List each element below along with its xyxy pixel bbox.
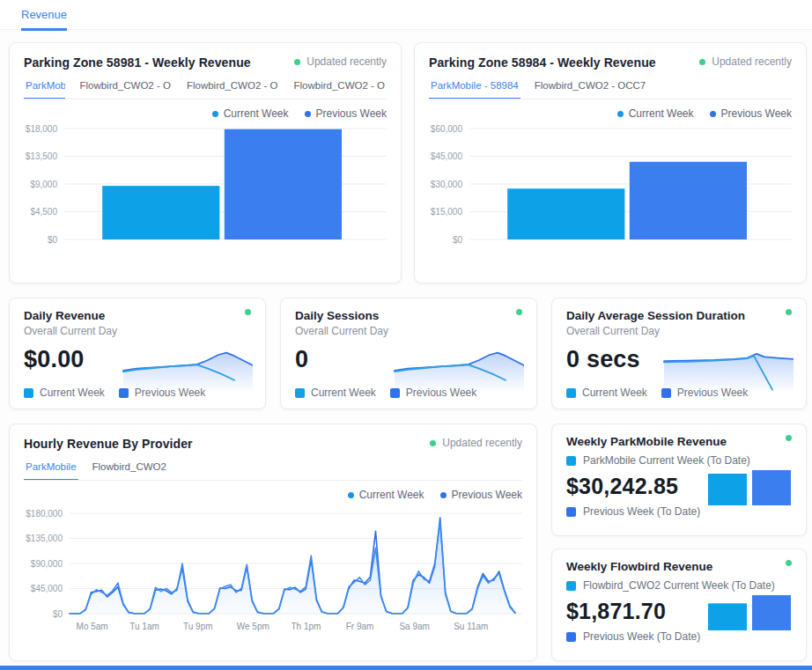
svg-text:$90,000: $90,000	[31, 559, 63, 569]
line-chart-hourly-revenue: $180,000$135,000$90,000$45,000$0Mo 5amTu…	[24, 506, 524, 647]
status-text: Updated recently	[442, 437, 522, 449]
legend-label: Previous Week (To Date)	[583, 505, 700, 518]
legend-current-week[interactable]: Current Week	[348, 489, 424, 501]
legend-current-week: Flowbird_CWO2 Current Week (To Date)	[566, 579, 792, 592]
svg-text:$30,000: $30,000	[431, 180, 463, 189]
card-weekly-flowbird-revenue: Weekly Flowbird Revenue Flowbird_CWO2 Cu…	[551, 549, 807, 661]
svg-text:$13,500: $13,500	[26, 151, 58, 161]
legend-square-icon	[119, 388, 129, 398]
card-daily-revenue: Daily Revenue Overall Current Day $0.00 …	[9, 298, 266, 409]
legend-current-week[interactable]: Current Week	[212, 107, 289, 120]
card-title: Parking Zone 58984 - Weekly Revenue	[429, 55, 656, 70]
update-status: Updated recently	[430, 437, 522, 449]
legend-current-week: Current Week	[24, 387, 105, 399]
legend-square-icon	[390, 388, 400, 398]
card-zone-58984: Parking Zone 58984 - Weekly Revenue Upda…	[414, 42, 807, 283]
legend-label: Previous Week	[677, 387, 748, 399]
provider-tabs: ParkMobile - 58981 Flowbird_CWO2 - O Flo…	[24, 77, 387, 99]
card-title: Hourly Revenue By Provider	[24, 437, 193, 451]
svg-text:Th 1pm: Th 1pm	[291, 622, 321, 631]
card-hourly-revenue: Hourly Revenue By Provider Updated recen…	[9, 423, 537, 661]
svg-text:Sa 9am: Sa 9am	[399, 622, 429, 631]
legend-current-week[interactable]: Current Week	[617, 107, 694, 120]
tab-parkmobile-58984[interactable]: ParkMobile - 58984	[429, 77, 520, 99]
svg-text:Tu 9pm: Tu 9pm	[183, 622, 213, 631]
legend-square-icon	[566, 388, 576, 398]
svg-text:Fr 9am: Fr 9am	[346, 622, 374, 631]
svg-text:$9,000: $9,000	[30, 180, 57, 189]
bottom-accent-bar	[0, 666, 812, 670]
legend-square-icon	[566, 581, 576, 591]
card-title: Daily Average Session Duration	[566, 309, 745, 322]
legend-previous-week[interactable]: Previous Week	[305, 107, 387, 120]
legend-dot-icon	[617, 111, 624, 117]
legend-label: Flowbird_CWO2 Current Week (To Date)	[583, 579, 775, 592]
legend-label: Current Week	[311, 387, 376, 399]
legend-label: Previous Week	[721, 107, 792, 120]
svg-text:$0: $0	[53, 609, 63, 619]
tab-flowbird-occ7[interactable]: Flowbird_CWO2 - OCC7	[533, 77, 648, 99]
legend-previous-week: Previous Week (To Date)	[566, 630, 792, 643]
status-dot-icon	[294, 59, 300, 65]
svg-text:$180,000: $180,000	[26, 509, 63, 519]
tab-flowbird-1[interactable]: Flowbird_CWO2 - O	[78, 77, 173, 99]
legend-label: Current Week	[629, 107, 694, 120]
legend-label: Current Week	[359, 489, 424, 501]
legend-label: Previous Week	[135, 387, 205, 399]
legend-current-week: Current Week	[295, 387, 376, 399]
card-title: Parking Zone 58981 - Weekly Revenue	[24, 55, 251, 70]
legend-square-icon	[566, 632, 576, 642]
legend-square-icon	[566, 456, 576, 466]
status-dot-icon	[430, 440, 436, 446]
bar-chart-zone-58984: $60,000$45,000$30,000$15,000$0	[429, 120, 794, 274]
svg-text:Mo 5am: Mo 5am	[77, 622, 108, 631]
sparkline-chart	[121, 339, 253, 392]
card-daily-avg-session-duration: Daily Average Session Duration Overall C…	[551, 298, 807, 409]
legend-label: Previous Week	[452, 489, 522, 501]
svg-text:Tu 1am: Tu 1am	[129, 622, 159, 631]
card-subtitle: Overall Current Day	[566, 325, 792, 337]
status-text: Updated recently	[306, 55, 387, 68]
legend-previous-week: Previous Week	[661, 387, 748, 399]
tab-flowbird-3[interactable]: Flowbird_CWO2 - O	[292, 77, 387, 99]
sparkline-chart	[392, 339, 524, 392]
status-dot-icon	[245, 309, 251, 315]
legend-current-week: ParkMobile Current Week (To Date)	[566, 454, 792, 467]
legend-label: Previous Week	[316, 107, 387, 120]
card-daily-sessions: Daily Sessions Overall Current Day 0 Cur…	[280, 298, 537, 409]
svg-text:$15,000: $15,000	[431, 207, 463, 217]
tab-flowbird-2[interactable]: Flowbird_CWO2 - O	[185, 77, 280, 99]
svg-text:$135,000: $135,000	[26, 534, 63, 543]
card-title: Weekly Flowbird Revenue	[566, 560, 712, 573]
legend-label: Current Week	[224, 107, 289, 120]
legend-previous-week[interactable]: Previous Week	[710, 107, 792, 120]
legend-square-icon	[24, 388, 33, 398]
provider-tabs: ParkMobile Flowbird_CWO2	[24, 459, 522, 481]
svg-text:$45,000: $45,000	[431, 151, 463, 161]
svg-text:$18,000: $18,000	[26, 124, 58, 134]
card-title: Daily Revenue	[24, 309, 105, 322]
tab-flowbird-cwo2[interactable]: Flowbird_CWO2	[91, 459, 168, 480]
tab-revenue[interactable]: Revenue	[21, 8, 67, 31]
svg-text:$45,000: $45,000	[31, 584, 63, 593]
legend-current-week: Current Week	[566, 387, 647, 399]
card-subtitle: Overall Current Day	[295, 325, 522, 337]
legend-label: Previous Week (To Date)	[583, 630, 700, 643]
card-weekly-parkmobile-revenue: Weekly ParkMobile Revenue ParkMobile Cur…	[551, 423, 807, 536]
tab-parkmobile-58981[interactable]: ParkMobile - 58981	[24, 77, 65, 99]
legend-previous-week[interactable]: Previous Week	[440, 489, 522, 501]
tab-parkmobile[interactable]: ParkMobile	[24, 459, 78, 481]
svg-text:$4,500: $4,500	[30, 207, 57, 217]
status-dot-icon	[699, 59, 705, 65]
provider-tabs: ParkMobile - 58984 Flowbird_CWO2 - OCC7	[429, 77, 792, 99]
status-text: Updated recently	[712, 55, 792, 68]
legend-dot-icon	[212, 111, 218, 117]
legend-label: Current Week	[582, 387, 647, 399]
legend-dot-icon	[305, 111, 311, 117]
mini-bar-chart	[707, 467, 792, 507]
update-status: Updated recently	[699, 55, 792, 68]
svg-text:$0: $0	[48, 235, 58, 245]
legend-square-icon	[661, 388, 671, 398]
card-title: Weekly ParkMobile Revenue	[566, 435, 727, 448]
legend-dot-icon	[710, 111, 716, 117]
